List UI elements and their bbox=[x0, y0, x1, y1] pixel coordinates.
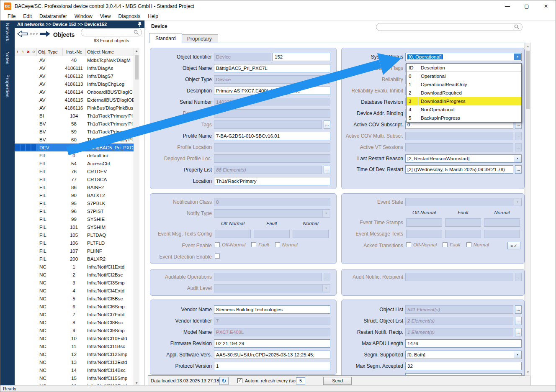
object-identifier-instance-field[interactable]: 152 bbox=[273, 53, 330, 61]
table-row[interactable]: NC5Infra'NotifCl5Bsc bbox=[15, 295, 134, 302]
last-restart-reason-dropdown-button[interactable]: ▾ bbox=[514, 155, 521, 162]
tags-ellipsis-button[interactable]: ... bbox=[324, 120, 330, 129]
menu-window[interactable]: Window bbox=[71, 12, 96, 20]
table-row[interactable]: NC2Infra'NotifCl2Bsc bbox=[15, 271, 134, 279]
table-row[interactable]: FIL107PLIINF bbox=[15, 247, 134, 255]
system-status-combobox[interactable]: [0, Operational]▾ bbox=[405, 53, 522, 61]
scrollbar-thumb[interactable] bbox=[526, 51, 530, 109]
acked-transitions-checkbox-fault[interactable] bbox=[443, 242, 448, 247]
menu-datatransfer[interactable]: Datatransfer bbox=[36, 12, 71, 20]
table-row[interactable]: NC6Infra'NotifCl6Smp bbox=[15, 302, 134, 310]
table-row[interactable]: NC7Infra'NotifCl7Extd bbox=[15, 310, 134, 318]
refresh-button[interactable]: ↻ bbox=[219, 377, 229, 385]
column-header-obj-type[interactable]: Obj. Type bbox=[36, 48, 62, 56]
time-of-dev-restart-field[interactable]: [2] ((Wednesday, 5-March-2025),09:39:21.… bbox=[405, 165, 513, 174]
firmware-revision-field[interactable]: 02.21.194.29 bbox=[214, 339, 330, 348]
maximize-button[interactable]: ▢ bbox=[517, 0, 536, 12]
table-row[interactable]: AV4186113Infra'DiagChgLog bbox=[15, 80, 134, 88]
tab-standard[interactable]: Standard bbox=[149, 33, 182, 43]
acked-transitions-list-button[interactable]: ≡✓ bbox=[507, 242, 520, 249]
sidebar-tab-network[interactable]: Network bbox=[5, 23, 10, 41]
column-header-inst-nc[interactable]: Inst.-Nc bbox=[62, 48, 85, 56]
vendor-name-field[interactable]: Siemens Building Technologies bbox=[214, 305, 330, 314]
menu-view[interactable]: View bbox=[96, 12, 115, 20]
table-row[interactable]: FIL95S7PBLK bbox=[15, 199, 134, 207]
table-row[interactable]: NC15Infra'NotifCl15Smp bbox=[15, 374, 134, 382]
dropdown-item-downloadrequired[interactable]: 2DownloadRequired bbox=[407, 89, 521, 97]
event-detection-enable-checkbox-0[interactable] bbox=[215, 254, 220, 259]
autorefresh-interval-input[interactable]: 5 bbox=[296, 377, 305, 384]
scrollbar-thumb[interactable] bbox=[135, 55, 139, 79]
event-enable-checkbox-normal[interactable] bbox=[275, 242, 280, 247]
acked-transitions-checkbox-off-normal[interactable] bbox=[406, 242, 411, 247]
scroll-down-icon[interactable]: ▼ bbox=[525, 369, 530, 375]
table-row[interactable]: AV40MdbsTcpNwk'DiagM bbox=[15, 56, 134, 64]
table-row[interactable]: FIL101SYSHIM bbox=[15, 223, 134, 231]
event-enable-checkbox-fault[interactable] bbox=[251, 242, 256, 247]
object-search-input[interactable] bbox=[81, 28, 142, 36]
dropdown-item-nonoperational[interactable]: 4NonOperational bbox=[407, 105, 521, 114]
description-field[interactable]: Primary AS PXC7.E400L 1st rack office bbox=[214, 87, 330, 95]
dropdown-item-operationalreadonly[interactable]: 1OperationalReadOnly bbox=[407, 80, 521, 89]
profile-name-field[interactable]: 7-BA-G2DS1-010-SBCv16.01 bbox=[214, 132, 330, 140]
autorefresh-checkbox[interactable]: ✓ bbox=[237, 378, 242, 383]
event-icon[interactable]: ϟ bbox=[20, 50, 26, 54]
table-row[interactable]: NC11Infra'NotifCl11Bsc bbox=[15, 342, 134, 350]
table-row[interactable]: FIL105PLTDAQ bbox=[15, 231, 134, 239]
send-button[interactable]: Send bbox=[323, 377, 352, 385]
table-row[interactable]: BV58Th1a'Rack'Primary'Pl bbox=[15, 120, 134, 128]
close-button[interactable]: ✕ bbox=[536, 0, 556, 12]
table-row[interactable]: NC9Infra'NotifCl9Smp bbox=[15, 326, 134, 334]
table-row[interactable]: NC14Infra'NotifCl14Bsc bbox=[15, 366, 134, 374]
table-row[interactable]: FIL106PLTFLD bbox=[15, 239, 134, 247]
menu-diagnosis[interactable]: Diagnosis bbox=[115, 12, 144, 20]
table-row[interactable]: AV4186112Infra'DiagS7 bbox=[15, 72, 134, 80]
system-status-dropdown-button[interactable]: ▾ bbox=[514, 54, 521, 60]
table-row[interactable]: NC1Infra'NotifCl1Extd bbox=[15, 263, 134, 271]
out-of-service-icon[interactable]: ⊘ bbox=[31, 50, 36, 54]
sidebar-tab-notes[interactable]: Notes bbox=[5, 51, 10, 64]
property-list-ellipsis-button[interactable]: ... bbox=[324, 166, 330, 174]
last-restart-reason-combobox[interactable]: [2, RestartReasonWarmstart]▾ bbox=[405, 154, 522, 163]
table-row[interactable]: BV60Th1a'Rack'Primary'Pl bbox=[15, 136, 134, 143]
back-arrow-icon[interactable] bbox=[17, 30, 28, 39]
table-row[interactable]: NC8Infra'NotifCl8Bsc bbox=[15, 318, 134, 326]
menu-file[interactable]: File bbox=[4, 12, 19, 20]
table-row[interactable]: FIL99SYSHIE bbox=[15, 215, 134, 223]
object-name-field[interactable]: BättigBAC5_Pri_PXC7L bbox=[214, 64, 330, 72]
max-apdu-length-field[interactable]: 1476 bbox=[405, 339, 522, 348]
alarm-icon[interactable]: ! bbox=[15, 50, 20, 54]
table-row[interactable]: DEV152BättigBAC5_Pri_PXC7L bbox=[15, 143, 134, 151]
protocol-version-field[interactable]: 1 bbox=[214, 362, 330, 370]
segm-supported-dropdown-button[interactable]: ▾ bbox=[514, 351, 521, 358]
table-row[interactable]: FIL200BALXR2 bbox=[15, 255, 134, 263]
table-row[interactable]: FIL96S7PIST bbox=[15, 207, 134, 215]
table-row[interactable]: BV59Th1a'Rack'Primary'Pl bbox=[15, 128, 134, 136]
scroll-up-icon[interactable]: ▲ bbox=[525, 43, 530, 49]
table-row[interactable]: FIL76CRTDEV bbox=[15, 167, 134, 175]
table-row[interactable]: BI104Th1a'Rack'Primary'Pl bbox=[15, 112, 134, 120]
table-row[interactable]: FIL90BATXT2 bbox=[15, 191, 134, 199]
table-row[interactable]: NC4Infra'NotifCl4Extd bbox=[15, 287, 134, 295]
event-enable-checkbox-off-normal[interactable] bbox=[215, 242, 220, 247]
location-field[interactable]: Th1a'Rack'Primary bbox=[214, 177, 330, 185]
acked-transitions-checkbox-normal[interactable] bbox=[466, 242, 471, 247]
table-row[interactable]: FIL0default.ini bbox=[15, 151, 134, 159]
menu-help[interactable]: Help bbox=[144, 12, 162, 20]
error-icon[interactable]: ✖ bbox=[26, 50, 31, 54]
table-row[interactable]: NC12Infra'NotifCl12Smp bbox=[15, 350, 134, 358]
table-row[interactable]: AV4186111Infra'DiagAs bbox=[15, 64, 134, 72]
table-row[interactable]: AV4186115ExternalIBUS'DiagIOE bbox=[15, 96, 134, 104]
max-segm-accepted-field[interactable]: 32 bbox=[405, 362, 522, 370]
tab-proprietary[interactable]: Proprietary bbox=[181, 34, 218, 43]
object-list-scrollbar[interactable]: ▲ ▼ bbox=[134, 48, 139, 386]
appl-software-vers-field[interactable]: AAS-30:SU=SiUn;CPD=2025-03-13 12:25:45; bbox=[214, 351, 330, 359]
object-list-ellipsis-button[interactable]: ... bbox=[515, 305, 522, 314]
table-row[interactable]: FIL77CRTSCA bbox=[15, 175, 134, 183]
table-row[interactable]: NC13Infra'NotifCl13Extd bbox=[15, 358, 134, 366]
table-row[interactable]: NC3Infra'NotifCl3Smp bbox=[15, 279, 134, 287]
dropdown-item-operational[interactable]: 0Operational bbox=[407, 72, 521, 80]
table-row[interactable]: AV4186116PlnkBus'DiagPlnkBus bbox=[15, 104, 134, 112]
scroll-up-icon[interactable]: ▲ bbox=[134, 48, 139, 54]
table-row[interactable]: AV4186114OnboardIBUS'DiagIC bbox=[15, 88, 134, 96]
